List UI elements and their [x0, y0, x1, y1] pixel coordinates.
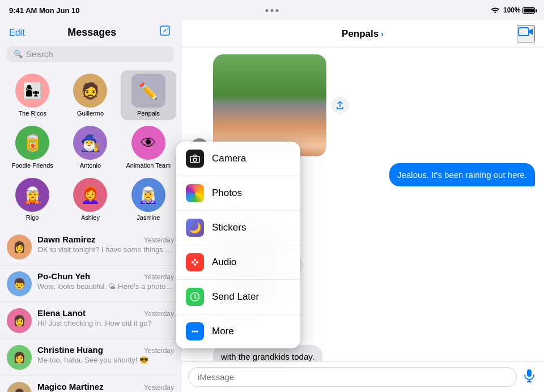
- pinned-foodie-friends[interactable]: 🥫 Foodie Friends: [5, 122, 60, 172]
- msg-time-po-chun-yeh: Yesterday: [144, 273, 174, 281]
- svg-rect-2: [527, 369, 532, 377]
- messages-sidebar: Edit Messages 🔍 Search 👩‍👧 The R: [0, 20, 181, 392]
- camera-icon: [186, 150, 204, 168]
- sidebar-title: Messages: [25, 27, 159, 39]
- avatar-penpals: ✏️: [131, 74, 165, 108]
- avatar-rigo: 🧝: [15, 178, 49, 212]
- pinned-label-guillermo: Guillermo: [77, 110, 104, 117]
- more-svg: [190, 326, 200, 336]
- compose-button[interactable]: [159, 25, 172, 40]
- msg-preview-christine-huang: Me too, haha. See you shortly! 😎: [37, 356, 174, 364]
- svg-point-6: [193, 158, 197, 161]
- pinned-label-antonio: Antonio: [80, 162, 101, 169]
- avatar-elena-lanot: 👩: [7, 308, 32, 333]
- avatar-antonio: 🧙‍♂️: [73, 126, 107, 160]
- pinned-penpals[interactable]: ✏️ Penpals: [121, 70, 176, 120]
- message-item-po-chun-yeh[interactable]: 👦 Po-Chun Yeh Yesterday Wow, looks beaut…: [0, 266, 181, 302]
- search-bar[interactable]: 🔍 Search: [7, 46, 174, 62]
- compose-icon: [159, 25, 172, 37]
- audio-svg: [190, 257, 200, 267]
- incoming-photo: [213, 54, 326, 156]
- popup-item-more[interactable]: More: [176, 314, 300, 348]
- microphone-button[interactable]: [521, 367, 537, 387]
- photos-icon: [186, 184, 204, 202]
- share-photo-button[interactable]: [331, 96, 349, 114]
- more-icon: [186, 322, 204, 340]
- message-item-elena-lanot[interactable]: 👩 Elena Lanot Yesterday Hi! Just checkin…: [0, 302, 181, 339]
- message-item-magico-martinez[interactable]: 👨 Magico Martinez Yesterday: [0, 376, 181, 392]
- popup-item-audio[interactable]: Audio: [176, 245, 300, 280]
- status-time: 9:41 AM Mon Jun 10: [9, 6, 80, 15]
- msg-time-magico-martinez: Yesterday: [144, 384, 174, 391]
- msg-time-dawn-ramirez: Yesterday: [144, 236, 174, 244]
- svg-point-12: [192, 330, 194, 333]
- pinned-label-ashley: Ashley: [81, 214, 100, 221]
- status-dots: [266, 0, 279, 20]
- pinned-conversations: 👩‍👧 The Ricos 🧔 Guillermo ✏️ Penpals 🥫: [0, 66, 181, 229]
- svg-point-8: [194, 259, 196, 261]
- video-call-button[interactable]: [517, 25, 535, 42]
- svg-point-7: [192, 261, 194, 263]
- avatar-animation-team: 👁: [131, 126, 165, 160]
- svg-point-9: [196, 261, 198, 263]
- avatar-ashley: 👩‍🦰: [73, 178, 107, 212]
- chat-title-text: Penpals: [342, 28, 379, 40]
- incoming-photo-message: 👦: [190, 54, 535, 156]
- status-indicators: 100%: [491, 6, 535, 15]
- popup-label-more: More: [212, 326, 234, 337]
- pinned-label-rigo: Rigo: [26, 214, 39, 221]
- pinned-label-foodie-friends: Foodie Friends: [11, 162, 53, 169]
- pinned-label-animation-team: Animation Team: [126, 162, 171, 169]
- popup-label-stickers: Stickers: [212, 222, 246, 233]
- popup-item-send-later[interactable]: Send Later: [176, 280, 300, 314]
- msg-time-christine-huang: Yesterday: [144, 347, 174, 355]
- svg-rect-1: [518, 28, 529, 36]
- audio-icon: [186, 253, 204, 271]
- message-item-dawn-ramirez[interactable]: 👩 Dawn Ramirez Yesterday OK to visit ton…: [0, 229, 181, 266]
- sidebar-header: Edit Messages: [0, 20, 181, 42]
- share-icon: [336, 101, 344, 109]
- popup-item-stickers[interactable]: 🌙 Stickers: [176, 211, 300, 245]
- msg-name-elena-lanot: Elena Lanot: [37, 308, 86, 318]
- chat-header: Penpals ›: [181, 20, 544, 48]
- attachment-popup-menu: Camera Photos 🌙 Stickers Audio: [176, 142, 300, 348]
- pinned-ashley[interactable]: 👩‍🦰 Ashley: [62, 174, 118, 224]
- stickers-icon: 🌙: [186, 219, 204, 237]
- svg-point-10: [194, 263, 196, 266]
- edit-button[interactable]: Edit: [9, 28, 25, 38]
- msg-preview-dawn-ramirez: OK to visit tonight? I have some things …: [37, 245, 174, 254]
- avatar-po-chun-yeh: 👦: [7, 271, 32, 296]
- popup-item-camera[interactable]: Camera: [176, 142, 300, 176]
- message-item-christine-huang[interactable]: 👩 Christine Huang Yesterday Me too, haha…: [0, 339, 181, 376]
- chat-title[interactable]: Penpals ›: [342, 28, 384, 40]
- popup-label-camera: Camera: [212, 153, 246, 164]
- pinned-animation-team[interactable]: 👁 Animation Team: [121, 122, 176, 172]
- popup-label-photos: Photos: [212, 188, 242, 199]
- pinned-label-jasmine: Jasmine: [137, 214, 160, 221]
- msg-name-po-chun-yeh: Po-Chun Yeh: [37, 271, 90, 281]
- pinned-guillermo[interactable]: 🧔 Guillermo: [62, 70, 118, 120]
- battery-indicator: 100%: [503, 6, 535, 14]
- pinned-antonio[interactable]: 🧙‍♂️ Antonio: [62, 122, 118, 172]
- pinned-rigo[interactable]: 🧝 Rigo: [5, 174, 60, 224]
- video-icon: [518, 26, 534, 39]
- chat-chevron: ›: [381, 29, 384, 39]
- pinned-the-ricos[interactable]: 👩‍👧 The Ricos: [5, 70, 60, 120]
- avatar-foodie-friends: 🥫: [15, 126, 49, 160]
- avatar-guillermo: 🧔: [73, 74, 107, 108]
- pinned-jasmine[interactable]: 🧝‍♀️ Jasmine: [121, 174, 176, 224]
- avatar-christine-huang: 👩: [7, 345, 32, 370]
- message-input[interactable]: [188, 367, 517, 387]
- popup-item-photos[interactable]: Photos: [176, 176, 300, 211]
- msg-name-dawn-ramirez: Dawn Ramirez: [37, 235, 96, 244]
- search-icon: 🔍: [14, 50, 23, 58]
- wifi-icon: [491, 6, 500, 15]
- message-list: 👩 Dawn Ramirez Yesterday OK to visit ton…: [0, 229, 181, 392]
- avatar-jasmine: 🧝‍♀️: [131, 178, 165, 212]
- pinned-label-the-ricos: The Ricos: [18, 110, 46, 117]
- msg-name-magico-martinez: Magico Martinez: [37, 382, 104, 391]
- send-later-icon: [186, 288, 204, 306]
- msg-preview-elena-lanot: Hi! Just checking in. How did it go?: [37, 319, 174, 327]
- avatar-dawn-ramirez: 👩: [7, 235, 32, 259]
- msg-time-elena-lanot: Yesterday: [144, 310, 174, 318]
